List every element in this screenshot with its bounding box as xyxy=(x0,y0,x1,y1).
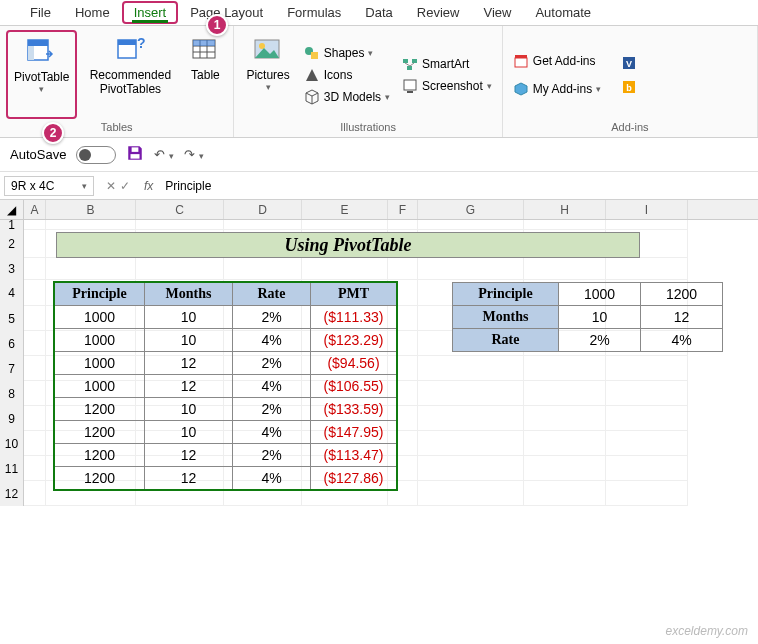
col-header[interactable]: H xyxy=(524,200,606,219)
row-header[interactable]: 10 xyxy=(0,431,24,456)
tab-view[interactable]: View xyxy=(471,1,523,24)
cell[interactable] xyxy=(224,258,302,280)
table-cell[interactable]: 1000 xyxy=(559,283,641,306)
table-row[interactable]: Months1012 xyxy=(453,306,723,329)
table-cell[interactable]: 4% xyxy=(641,329,723,352)
col-header[interactable]: G xyxy=(418,200,524,219)
table-row[interactable]: 1200122%($113.47) xyxy=(55,444,397,467)
cell[interactable] xyxy=(24,406,46,431)
col-header[interactable]: C xyxy=(136,200,224,219)
cell[interactable] xyxy=(24,280,46,306)
autosave-toggle[interactable] xyxy=(76,146,116,164)
fx-icon[interactable]: fx xyxy=(138,179,159,193)
cell[interactable] xyxy=(524,220,606,230)
row-header[interactable]: 3 xyxy=(0,258,24,280)
table-cell[interactable]: ($123.29) xyxy=(311,329,397,352)
table-cell[interactable]: 4% xyxy=(233,329,311,352)
table-cell[interactable]: 4% xyxy=(233,421,311,444)
cell[interactable] xyxy=(388,220,418,230)
bing-icon[interactable]: b xyxy=(621,79,637,95)
table-cell[interactable]: 1000 xyxy=(55,375,145,398)
row-header[interactable]: 11 xyxy=(0,456,24,481)
cell[interactable] xyxy=(606,406,688,431)
table-cell[interactable]: 2% xyxy=(233,444,311,467)
table-cell[interactable]: ($111.33) xyxy=(311,306,397,329)
table-row[interactable]: 1200124%($127.86) xyxy=(55,467,397,490)
row-header[interactable]: 9 xyxy=(0,406,24,431)
col-header[interactable]: E xyxy=(302,200,388,219)
name-box[interactable]: 9R x 4C▾ xyxy=(4,176,94,196)
table-cell[interactable]: 1200 xyxy=(55,444,145,467)
table-row[interactable]: Rate2%4% xyxy=(453,329,723,352)
cell[interactable] xyxy=(224,220,302,230)
cell[interactable] xyxy=(388,258,418,280)
cell[interactable] xyxy=(418,481,524,506)
table-cell[interactable]: 1200 xyxy=(641,283,723,306)
cell[interactable] xyxy=(24,331,46,356)
smartart-button[interactable]: SmartArt xyxy=(398,54,496,74)
cell[interactable] xyxy=(302,220,388,230)
icons-button[interactable]: Icons xyxy=(300,65,394,85)
cell[interactable] xyxy=(24,431,46,456)
table-cell[interactable]: 1200 xyxy=(55,398,145,421)
table-cell[interactable]: 2% xyxy=(233,352,311,375)
my-addins-button[interactable]: My Add-ins▾ xyxy=(509,79,605,99)
redo-button[interactable]: ↷ ▾ xyxy=(184,147,204,162)
screenshot-button[interactable]: Screenshot▾ xyxy=(398,76,496,96)
select-all-corner[interactable]: ◢ xyxy=(0,200,24,219)
cell[interactable] xyxy=(24,258,46,280)
cell[interactable] xyxy=(524,456,606,481)
row-header[interactable]: 6 xyxy=(0,331,24,356)
tab-file[interactable]: File xyxy=(18,1,63,24)
cell[interactable] xyxy=(418,456,524,481)
table-row[interactable]: 1200104%($147.95) xyxy=(55,421,397,444)
table-cell[interactable]: 10 xyxy=(145,421,233,444)
table-cell[interactable]: 1200 xyxy=(55,421,145,444)
table-cell[interactable]: 2% xyxy=(559,329,641,352)
row-header[interactable]: 4 xyxy=(0,280,24,306)
cell[interactable] xyxy=(524,406,606,431)
table-cell[interactable]: 1000 xyxy=(55,352,145,375)
cell[interactable] xyxy=(24,356,46,381)
cancel-formula-icon[interactable]: ✕ xyxy=(106,179,116,193)
cell[interactable] xyxy=(606,481,688,506)
enter-formula-icon[interactable]: ✓ xyxy=(120,179,130,193)
cell[interactable] xyxy=(524,431,606,456)
table-cell[interactable]: 12 xyxy=(145,375,233,398)
table-row[interactable]: 1200102%($133.59) xyxy=(55,398,397,421)
table-cell[interactable]: ($106.55) xyxy=(311,375,397,398)
table-cell[interactable]: ($133.59) xyxy=(311,398,397,421)
cell[interactable] xyxy=(24,230,46,258)
cell[interactable] xyxy=(418,220,524,230)
table-cell[interactable]: 1200 xyxy=(55,467,145,490)
table-cell[interactable]: 10 xyxy=(145,329,233,352)
visio-icon[interactable]: V xyxy=(621,55,637,71)
row-header[interactable]: 5 xyxy=(0,306,24,331)
cell[interactable] xyxy=(606,456,688,481)
table-cell[interactable]: 12 xyxy=(145,352,233,375)
row-header[interactable]: 2 xyxy=(0,230,24,258)
row-header[interactable]: 7 xyxy=(0,356,24,381)
cell[interactable] xyxy=(136,258,224,280)
cell[interactable] xyxy=(46,220,136,230)
cell[interactable] xyxy=(24,220,46,230)
save-icon[interactable] xyxy=(126,144,144,165)
table-button[interactable]: Table xyxy=(183,30,227,119)
table-cell[interactable]: 2% xyxy=(233,398,311,421)
cell[interactable] xyxy=(24,306,46,331)
cell[interactable] xyxy=(418,356,524,381)
cell[interactable] xyxy=(524,481,606,506)
cell[interactable] xyxy=(24,381,46,406)
table-cell[interactable]: 1000 xyxy=(55,329,145,352)
tab-home[interactable]: Home xyxy=(63,1,122,24)
shapes-button[interactable]: Shapes▾ xyxy=(300,43,394,63)
table-row[interactable]: 1000124%($106.55) xyxy=(55,375,397,398)
table-cell[interactable]: 12 xyxy=(145,467,233,490)
tab-formulas[interactable]: Formulas xyxy=(275,1,353,24)
cell[interactable] xyxy=(418,431,524,456)
table-cell[interactable]: ($147.95) xyxy=(311,421,397,444)
undo-button[interactable]: ↶ ▾ xyxy=(154,147,174,162)
cell[interactable] xyxy=(24,456,46,481)
cell[interactable] xyxy=(46,258,136,280)
table-cell[interactable]: 4% xyxy=(233,375,311,398)
